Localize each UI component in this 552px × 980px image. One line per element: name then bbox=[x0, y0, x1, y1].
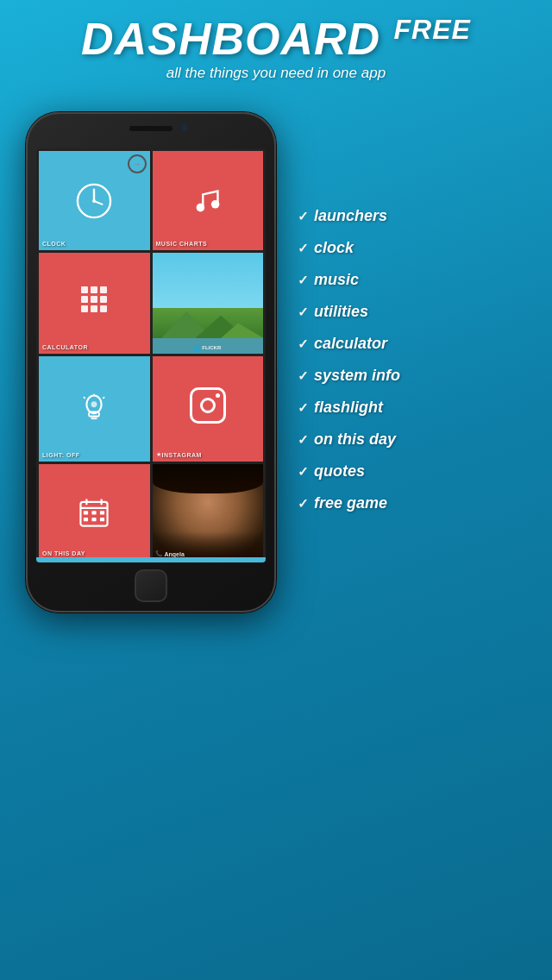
app-header: DASHBOARD FREE all the things you need i… bbox=[0, 0, 552, 91]
calc-dot bbox=[91, 286, 97, 293]
phone-camera bbox=[181, 124, 188, 131]
feature-text: quotes bbox=[314, 462, 365, 481]
svg-rect-23 bbox=[84, 518, 88, 521]
phone-bottom-bar bbox=[36, 557, 266, 562]
instagram-lens bbox=[200, 398, 216, 413]
calc-dot bbox=[91, 296, 97, 303]
globe-icon: 🌐 bbox=[194, 345, 200, 351]
calculator-tile[interactable]: Calculator bbox=[39, 253, 150, 353]
arrow-right-icon: → bbox=[132, 158, 142, 170]
feature-text: on this day bbox=[314, 430, 396, 449]
clock-icon bbox=[76, 183, 112, 219]
feature-on-this-day: ✓ on this day bbox=[298, 430, 535, 449]
tile-arrow-button[interactable]: → bbox=[128, 154, 147, 173]
calc-dot bbox=[100, 286, 107, 293]
clock-tile-label: Clock bbox=[42, 241, 66, 247]
mountain-svg bbox=[153, 308, 264, 338]
feature-launchers: ✓ launchers bbox=[298, 207, 535, 225]
light-tile[interactable]: Light: off bbox=[39, 356, 150, 462]
phone-screen: Clock → Music Charts bbox=[36, 148, 266, 562]
feature-utilities: ✓ utilities bbox=[298, 303, 535, 321]
calc-dot bbox=[81, 305, 88, 312]
calc-dot bbox=[81, 286, 88, 293]
feature-text: flashlight bbox=[314, 399, 383, 417]
music-icon bbox=[190, 183, 226, 219]
svg-rect-24 bbox=[92, 518, 97, 521]
calc-dot bbox=[100, 305, 107, 312]
feature-text: system info bbox=[314, 367, 400, 385]
angela-hair bbox=[153, 464, 264, 493]
flickr-text: FLICKR bbox=[202, 345, 221, 350]
svg-point-15 bbox=[91, 401, 97, 407]
feature-clock: ✓ clock bbox=[298, 239, 535, 257]
check-icon: ✓ bbox=[298, 241, 309, 256]
feature-text: calculator bbox=[314, 335, 387, 353]
calc-dot bbox=[91, 305, 97, 312]
on-this-day-tile-label: On This Day bbox=[42, 550, 85, 556]
features-list: ✓ launchers ✓ clock ✓ music ✓ utilities … bbox=[293, 112, 543, 612]
sky bbox=[153, 253, 264, 308]
flickr-tile[interactable]: 🌐 FLICKR bbox=[153, 253, 264, 353]
svg-point-5 bbox=[211, 200, 220, 209]
feature-music: ✓ music bbox=[298, 271, 535, 289]
instagram-label-row: ★ Instagram bbox=[156, 451, 202, 458]
phone-mockup: Clock → Music Charts bbox=[9, 95, 293, 612]
svg-line-13 bbox=[84, 397, 85, 399]
light-tile-label: Light: off bbox=[42, 452, 80, 458]
angela-photo: 📞 Angela bbox=[153, 464, 264, 560]
clock-tile[interactable]: Clock → bbox=[39, 151, 150, 250]
music-tile-label: Music Charts bbox=[156, 241, 208, 247]
svg-line-14 bbox=[104, 397, 105, 399]
svg-rect-20 bbox=[84, 511, 88, 514]
check-icon: ✓ bbox=[298, 432, 309, 448]
feature-quotes: ✓ quotes bbox=[298, 462, 535, 481]
music-tile[interactable]: Music Charts bbox=[153, 151, 264, 250]
calc-dot bbox=[81, 296, 88, 303]
instagram-dot bbox=[216, 393, 220, 398]
svg-point-4 bbox=[196, 204, 204, 212]
app-subtitle: all the things you need in one app bbox=[17, 65, 535, 82]
calc-dot bbox=[100, 296, 107, 303]
angela-name: Angela bbox=[165, 551, 185, 557]
main-content: Clock → Music Charts bbox=[0, 95, 552, 612]
title-free-badge: FREE bbox=[394, 14, 471, 45]
check-icon: ✓ bbox=[298, 209, 309, 224]
feature-text: free game bbox=[314, 494, 387, 512]
check-icon: ✓ bbox=[298, 273, 309, 288]
instagram-tile[interactable]: ★ Instagram bbox=[153, 356, 264, 462]
calculator-tile-label: Calculator bbox=[42, 344, 88, 350]
instagram-tile-label: Instagram bbox=[162, 452, 202, 458]
calc-icon bbox=[81, 286, 107, 312]
svg-rect-22 bbox=[100, 511, 104, 514]
feature-calculator: ✓ calculator bbox=[298, 335, 535, 353]
svg-rect-21 bbox=[92, 511, 97, 514]
mountain bbox=[153, 308, 264, 338]
feature-text: launchers bbox=[314, 207, 387, 225]
flickr-photo: 🌐 FLICKR bbox=[153, 253, 264, 353]
flickr-label: 🌐 FLICKR bbox=[194, 345, 221, 351]
angela-tile[interactable]: 📞 Angela bbox=[153, 464, 264, 560]
bulb-icon bbox=[78, 393, 110, 425]
feature-text: clock bbox=[314, 239, 354, 257]
feature-free-game: ✓ free game bbox=[298, 494, 535, 512]
title-main: DASHBOARD bbox=[81, 14, 380, 64]
check-icon: ✓ bbox=[298, 305, 309, 320]
check-icon: ✓ bbox=[298, 336, 309, 352]
feature-text: music bbox=[314, 271, 359, 289]
svg-point-3 bbox=[92, 199, 96, 203]
check-icon: ✓ bbox=[298, 400, 309, 416]
check-icon: ✓ bbox=[298, 368, 309, 384]
feature-text: utilities bbox=[314, 303, 368, 321]
on-this-day-tile[interactable]: On This Day bbox=[39, 464, 150, 560]
tile-grid: Clock → Music Charts bbox=[36, 148, 266, 562]
angela-label: 📞 Angela bbox=[155, 550, 185, 557]
phone-frame: Clock → Music Charts bbox=[26, 112, 276, 612]
calendar-icon bbox=[78, 496, 110, 529]
phone-home-button[interactable] bbox=[135, 569, 167, 602]
instagram-icon bbox=[190, 387, 226, 424]
svg-rect-25 bbox=[100, 518, 104, 521]
feature-flashlight: ✓ flashlight bbox=[298, 399, 535, 417]
phone-speaker bbox=[129, 126, 172, 131]
app-title: DASHBOARD FREE bbox=[17, 16, 535, 61]
check-icon: ✓ bbox=[298, 496, 309, 512]
